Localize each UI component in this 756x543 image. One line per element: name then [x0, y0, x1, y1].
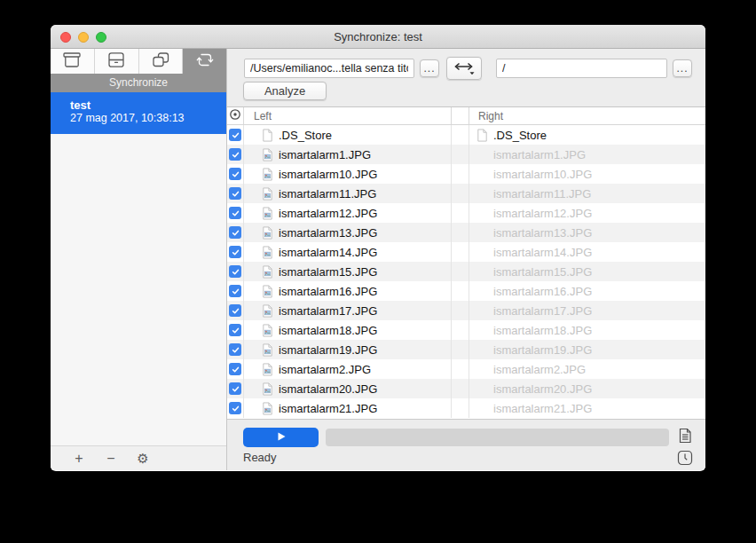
status-text: Ready: [243, 451, 277, 464]
remove-profile-button[interactable]: −: [95, 447, 127, 470]
table-row[interactable]: ismartalarm1.JPG ismartalarm1.JPG: [227, 145, 705, 164]
action-cell: [452, 340, 469, 359]
right-column-header[interactable]: Right: [469, 107, 705, 124]
row-checkbox[interactable]: [229, 402, 241, 414]
row-checkbox[interactable]: [229, 129, 241, 141]
include-column-header[interactable]: [227, 107, 244, 124]
action-cell: [452, 125, 469, 145]
table-row[interactable]: ismartalarm13.JPG ismartalarm13.JPG: [227, 223, 705, 242]
table-row[interactable]: ismartalarm19.JPG ismartalarm19.JPG: [227, 340, 705, 359]
row-checkbox[interactable]: [229, 343, 241, 356]
row-checkbox[interactable]: [229, 382, 241, 395]
table-row[interactable]: ismartalarm18.JPG ismartalarm18.JPG: [227, 320, 705, 340]
right-filename: ismartalarm14.JPG: [493, 246, 592, 259]
sidebar-bottom-bar: + − ⚙: [51, 445, 226, 470]
file-icon: [262, 324, 273, 337]
browse-right-button[interactable]: ...: [673, 59, 692, 77]
tab-archive-button[interactable]: [51, 49, 95, 74]
minimize-button[interactable]: [78, 32, 89, 43]
file-icon: [262, 402, 273, 415]
sidebar-toolbar: [51, 49, 226, 74]
sync-icon: [195, 51, 215, 72]
row-checkbox[interactable]: [229, 324, 241, 336]
archive-icon: [62, 51, 82, 72]
tab-copy-button[interactable]: [139, 49, 184, 74]
table-row[interactable]: ismartalarm16.JPG ismartalarm16.JPG: [227, 281, 705, 301]
row-checkbox[interactable]: [229, 285, 241, 297]
table-rows: .DS_Store .DS_Store ismartalarm1.JPG ism…: [227, 125, 705, 419]
title-bar[interactable]: Synchronize: test: [51, 25, 705, 49]
right-filename: ismartalarm12.JPG: [493, 207, 592, 220]
row-checkbox[interactable]: [229, 246, 241, 258]
left-filename: ismartalarm10.JPG: [279, 168, 377, 181]
file-icon: [262, 304, 273, 318]
row-checkbox[interactable]: [229, 187, 241, 200]
schedule-clock-button[interactable]: [676, 449, 694, 467]
left-filename: ismartalarm11.JPG: [279, 187, 376, 201]
file-icon: [262, 285, 273, 298]
right-filename: ismartalarm20.JPG: [493, 382, 592, 396]
tab-synchronize-button[interactable]: [183, 49, 226, 74]
action-cell: [452, 379, 469, 398]
row-checkbox[interactable]: [229, 265, 241, 278]
left-filename: ismartalarm13.JPG: [279, 226, 377, 240]
right-path-input[interactable]: [496, 59, 667, 78]
start-sync-button[interactable]: [243, 428, 319, 447]
swap-directions-button[interactable]: [446, 57, 482, 80]
close-button[interactable]: [60, 32, 71, 43]
table-row[interactable]: .DS_Store .DS_Store: [227, 125, 705, 145]
table-row[interactable]: ismartalarm2.JPG ismartalarm2.JPG: [227, 359, 705, 379]
file-icon: [476, 129, 488, 142]
analyze-button[interactable]: Analyze: [243, 82, 327, 100]
row-checkbox[interactable]: [229, 304, 241, 317]
right-filename: ismartalarm16.JPG: [493, 285, 592, 298]
copy-icon: [151, 51, 170, 72]
right-filename: ismartalarm19.JPG: [493, 343, 592, 357]
action-cell: [452, 242, 469, 262]
log-button[interactable]: [676, 427, 694, 445]
table-row[interactable]: ismartalarm12.JPG ismartalarm12.JPG: [227, 203, 705, 223]
left-filename: ismartalarm19.JPG: [279, 343, 377, 357]
profile-item-test[interactable]: test 27 mag 2017, 10:38:13: [51, 92, 226, 134]
table-row[interactable]: ismartalarm15.JPG ismartalarm15.JPG: [227, 262, 705, 281]
file-icon: [262, 226, 273, 240]
file-icon: [262, 363, 273, 376]
table-row[interactable]: ismartalarm14.JPG ismartalarm14.JPG: [227, 242, 705, 262]
settings-gear-button[interactable]: ⚙: [127, 447, 159, 470]
action-cell: [452, 320, 469, 340]
action-column-header[interactable]: [452, 107, 469, 124]
browse-left-button[interactable]: ...: [420, 59, 439, 77]
row-checkbox[interactable]: [229, 226, 241, 239]
row-checkbox[interactable]: [229, 363, 241, 375]
row-checkbox[interactable]: [229, 148, 241, 161]
action-cell: [452, 203, 469, 223]
left-column-header[interactable]: Left: [244, 107, 452, 124]
left-filename: ismartalarm16.JPG: [279, 285, 377, 298]
action-cell: [452, 301, 469, 320]
left-filename: ismartalarm21.JPG: [279, 402, 377, 415]
traffic-lights: [60, 32, 106, 43]
table-row[interactable]: ismartalarm10.JPG ismartalarm10.JPG: [227, 164, 705, 184]
profile-list: test 27 mag 2017, 10:38:13: [51, 92, 226, 445]
file-icon: [262, 207, 273, 220]
table-row[interactable]: ismartalarm11.JPG ismartalarm11.JPG: [227, 184, 705, 203]
tab-drawer-button[interactable]: [95, 49, 139, 74]
left-filename: ismartalarm20.JPG: [279, 382, 377, 396]
left-path-input[interactable]: [244, 59, 414, 78]
paths-header: ... ... Analyze: [227, 49, 705, 107]
table-row[interactable]: ismartalarm17.JPG ismartalarm17.JPG: [227, 301, 705, 320]
profile-title: test: [70, 98, 221, 112]
file-table: Left Right .DS_Store .DS_Store: [227, 107, 705, 419]
zoom-button[interactable]: [96, 32, 106, 43]
file-icon: [262, 246, 273, 259]
table-row[interactable]: ismartalarm20.JPG ismartalarm20.JPG: [227, 379, 705, 398]
action-cell: [452, 184, 469, 203]
right-filename: ismartalarm21.JPG: [493, 402, 592, 415]
table-row[interactable]: ismartalarm21.JPG ismartalarm21.JPG: [227, 398, 705, 418]
sidebar: Synchronize test 27 mag 2017, 10:38:13 +…: [51, 49, 227, 470]
row-checkbox[interactable]: [229, 207, 241, 219]
add-profile-button[interactable]: +: [63, 447, 95, 470]
left-filename: ismartalarm1.JPG: [279, 148, 371, 161]
row-checkbox[interactable]: [229, 168, 241, 180]
file-icon: [262, 382, 273, 396]
